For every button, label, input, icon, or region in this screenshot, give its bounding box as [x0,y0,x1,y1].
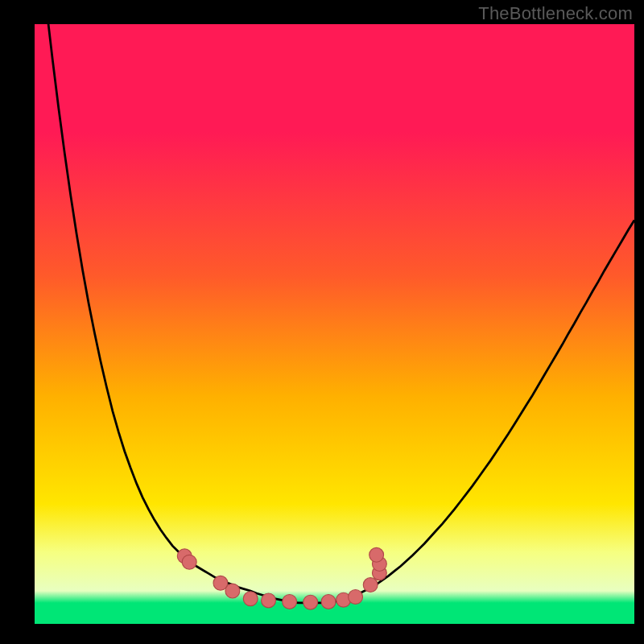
data-marker [363,578,378,592]
chart-container: TheBottleneck.com [0,0,644,644]
data-marker [369,547,384,562]
data-marker [243,592,258,606]
data-marker [262,593,276,608]
data-marker [225,584,240,598]
plot-area [35,24,634,624]
data-marker [182,555,196,569]
data-marker [321,594,336,609]
data-marker [349,590,363,605]
gradient-background [35,24,634,624]
data-marker [303,595,318,609]
data-marker [283,594,297,609]
bottleneck-chart [35,24,634,624]
watermark-text: TheBottleneck.com [478,3,633,24]
